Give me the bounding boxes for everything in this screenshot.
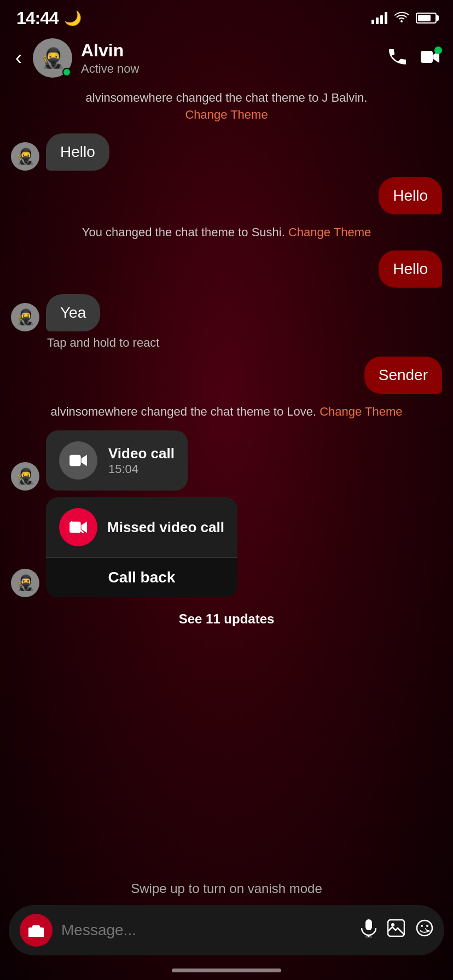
battery-icon bbox=[416, 13, 437, 24]
contact-status: Active now bbox=[81, 62, 379, 76]
system-message-3: alvinsomewhere changed the chat theme to… bbox=[11, 400, 442, 424]
missed-call-title: Missed video call bbox=[107, 519, 224, 536]
svg-point-12 bbox=[426, 925, 428, 927]
home-indicator bbox=[0, 966, 453, 980]
change-theme-link-1[interactable]: Change Theme bbox=[185, 108, 268, 121]
status-bar: 14:44 🌙 bbox=[0, 0, 453, 33]
message-row: 🥷 Hello bbox=[11, 133, 442, 171]
message-bubble: Yea bbox=[46, 294, 100, 331]
call-time: 15:04 bbox=[108, 462, 175, 476]
video-call-icon bbox=[59, 441, 97, 480]
status-right bbox=[371, 10, 437, 26]
online-indicator bbox=[62, 68, 71, 77]
message-bubble: Hello bbox=[379, 177, 442, 214]
chat-area: alvinsomewhere changed the chat theme to… bbox=[0, 86, 453, 877]
missed-call-top: Missed video call bbox=[46, 497, 237, 557]
camera-button[interactable] bbox=[20, 914, 53, 947]
see-updates-button[interactable]: See 11 updates bbox=[11, 604, 442, 634]
message-bubble: Sender bbox=[364, 357, 442, 394]
moon-icon: 🌙 bbox=[64, 10, 82, 27]
microphone-button[interactable] bbox=[361, 919, 376, 942]
tap-hint: Tap and hold to react bbox=[11, 336, 442, 350]
msg-avatar: 🥷 bbox=[11, 569, 39, 597]
svg-point-11 bbox=[421, 925, 423, 927]
message-row: 🥷 Yea bbox=[11, 294, 442, 331]
svg-rect-5 bbox=[365, 919, 372, 930]
svg-point-10 bbox=[417, 920, 432, 936]
message-row: Hello bbox=[11, 250, 442, 288]
input-actions bbox=[361, 919, 433, 942]
chat-header: ‹ 🥷 Alvin Active now bbox=[0, 33, 453, 86]
wifi-icon bbox=[394, 10, 409, 26]
change-theme-link-2[interactable]: Change Theme bbox=[288, 225, 371, 239]
msg-avatar: 🥷 bbox=[11, 462, 39, 491]
msg-avatar: 🥷 bbox=[11, 142, 39, 171]
back-button[interactable]: ‹ bbox=[13, 44, 24, 72]
sticker-button[interactable] bbox=[416, 919, 433, 941]
missed-call-icon bbox=[59, 508, 97, 546]
message-row: Sender bbox=[11, 357, 442, 394]
header-info: Alvin Active now bbox=[81, 40, 379, 76]
system-message-1: alvinsomewhere changed the chat theme to… bbox=[11, 86, 442, 127]
gallery-button[interactable] bbox=[387, 919, 405, 941]
message-input[interactable] bbox=[61, 921, 352, 939]
missed-call-row: 🥷 Missed video call Call back bbox=[11, 497, 442, 597]
video-call-card[interactable]: Video call 15:04 bbox=[46, 430, 188, 491]
voice-call-button[interactable] bbox=[387, 46, 407, 70]
message-bubble: Hello bbox=[379, 250, 442, 288]
video-call-button[interactable] bbox=[420, 49, 440, 67]
svg-rect-1 bbox=[69, 455, 81, 466]
video-active-dot bbox=[434, 46, 442, 54]
change-theme-link-3[interactable]: Change Theme bbox=[320, 405, 402, 418]
message-row: Hello bbox=[11, 177, 442, 214]
avatar-wrapper[interactable]: 🥷 bbox=[33, 38, 72, 78]
svg-rect-2 bbox=[69, 522, 81, 533]
video-call-row: 🥷 Video call 15:04 bbox=[11, 430, 442, 491]
call-back-button[interactable]: Call back bbox=[46, 557, 237, 597]
status-time: 14:44 bbox=[16, 8, 59, 28]
svg-rect-0 bbox=[421, 51, 433, 63]
message-input-bar bbox=[9, 905, 444, 955]
home-bar bbox=[172, 969, 281, 972]
call-info: Video call 15:04 bbox=[108, 445, 175, 476]
signal-icon bbox=[371, 12, 387, 24]
vanish-mode-hint: Swipe up to turn on vanish mode bbox=[0, 877, 453, 905]
system-message-2: You changed the chat theme to Sushi. Cha… bbox=[11, 221, 442, 244]
header-actions bbox=[387, 46, 440, 70]
missed-call-card: Missed video call Call back bbox=[46, 497, 237, 597]
call-title: Video call bbox=[108, 445, 175, 462]
svg-point-9 bbox=[391, 923, 394, 926]
msg-avatar: 🥷 bbox=[11, 303, 39, 331]
message-bubble: Hello bbox=[46, 133, 109, 171]
contact-name: Alvin bbox=[81, 40, 379, 61]
